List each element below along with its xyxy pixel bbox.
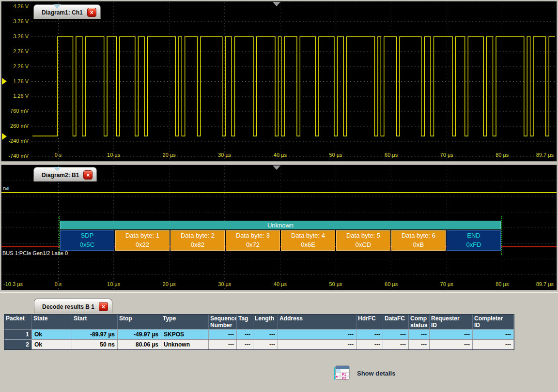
x-axis-label: 0 s [55,152,62,158]
decoded-segment-data-byte-4[interactable]: Data byte: 40x6E [281,230,335,251]
decoded-segment-data-byte-5[interactable]: Data byte: 50xCD [336,230,390,251]
column-header: DataFC [383,315,409,329]
drag-handle-icon[interactable] [53,167,61,171]
diagram1-panel: 4.26 V3.76 V3.26 V2.76 V2.26 V1.76 V1.26… [1,1,557,162]
column-header-line2: Number [210,322,235,329]
table-cell: --- [209,339,237,349]
column-header-line1: DataFC [385,315,407,322]
close-diagram1-button[interactable]: × [87,8,96,17]
segment-value: 0x22 [116,240,169,249]
segment-value: 0x5C [61,240,114,249]
tab-diagram2[interactable]: Diagram2: B1 × [33,167,97,181]
table-row[interactable]: 1Ok-89.97 µs-49.97 µsSKPOS--------------… [4,329,514,339]
show-details-label: Show details [357,370,395,377]
table-cell: --- [383,339,409,349]
segment-label: SDP [61,231,114,240]
decoded-segment-data-byte-1[interactable]: Data byte: 10x22 [115,230,170,251]
table-cell: 50 ns [72,339,118,349]
table-cell: --- [430,329,473,339]
close-decode-results-button[interactable]: × [99,302,108,311]
segment-label: Data byte: 1 [116,231,169,240]
column-header-line1: Comp [410,315,428,322]
decode-results-table: PacketStateStartStopTypeSequenceNumberTa… [4,314,514,350]
y-axis-label: 2.76 V [2,48,29,54]
column-header: Type [161,315,209,329]
show-details-button[interactable]: P1 P2 Show details [332,363,395,383]
x-axis-label: -10.3 µs [3,281,23,287]
y-axis-label: 260 mV [2,123,29,129]
table-cell: --- [409,339,430,349]
x-axis-label: 89.7 µs [536,152,554,158]
column-header-line1: Packet [6,315,30,322]
decode-region-start-marker [59,216,60,255]
x-axis-label: 30 µs [218,152,231,158]
column-header-line2: ID [431,322,471,329]
decoded-frame-unknown[interactable]: Unknown [60,221,501,229]
close-diagram2-button[interactable]: × [83,170,93,180]
column-header-line1: Type [163,315,207,322]
drag-handle-icon[interactable] [53,4,61,9]
close-icon: × [90,10,93,15]
table-cell: --- [237,329,253,339]
decoded-segment-data-byte-3[interactable]: Data byte: 30x72 [226,230,280,251]
x-axis-label: 89.7 µs [536,281,554,287]
bus-diff-signal-line [1,192,557,193]
column-header: Tag [237,315,253,329]
x-axis-label: 20 µs [163,281,176,287]
oscilloscope-screen: 4.26 V3.76 V3.26 V2.76 V2.26 V1.76 V1.26… [0,0,558,392]
column-header: RequesterID [430,315,473,329]
channel1-offset-marker-icon[interactable]: 1 [2,133,7,140]
x-axis-label: 10 µs [107,152,120,158]
decoded-segment-end[interactable]: END0xFD [447,230,501,251]
column-header-line1: Address [279,315,355,322]
trigger-position-marker-icon[interactable] [273,166,280,170]
column-header: Length [253,315,278,329]
table-cell: --- [278,329,356,339]
segment-label: Data byte: 4 [281,231,335,240]
x-axis-label: 20 µs [163,152,176,158]
column-header: HdrFC [356,315,383,329]
tab-decode-results[interactable]: Decode results B 1 × [34,299,112,313]
x-axis-label: 0 s [55,281,62,287]
segment-value: 0x82 [171,240,224,249]
trigger-level-marker-icon[interactable] [2,78,7,85]
decoded-segment-data-byte-2[interactable]: Data byte: 20x82 [170,230,225,251]
bus-name-label: BUS 1:PCIe Gen1/2 Lane 0 [2,250,68,256]
x-axis-label: 50 µs [329,152,342,158]
column-header-line2: ID [474,322,512,329]
tab-diagram1[interactable]: Diagram1: Ch1 × [33,4,101,19]
trigger-position-marker-icon[interactable] [273,2,280,6]
column-header-line2: status [410,322,428,329]
table-cell: -89.97 µs [72,329,118,339]
table-cell: 2 [4,339,32,349]
x-axis-label: 80 µs [496,152,509,158]
segment-value: 0x6E [281,240,335,249]
tab-decode-results-label: Decode results B 1 [42,303,94,310]
column-header-line1: Sequence [210,315,235,322]
column-header: Start [72,315,118,329]
y-axis-label: 4.26 V [2,3,29,9]
table-cell: --- [409,329,430,339]
decoded-segment-data-byte-6[interactable]: Data byte: 60xB [391,230,446,251]
column-header-line1: Length [255,315,276,322]
table-cell: --- [356,339,383,349]
close-icon: × [86,172,90,178]
column-header-line1: Completer [474,315,512,322]
column-header: SequenceNumber [209,315,237,329]
decode-results-panel: Decode results B 1 × PacketStateStartSto… [0,292,558,392]
table-cell: SKPOS [161,329,209,339]
x-axis-label: 30 µs [218,281,231,287]
column-header-line1: Requester [431,315,471,322]
table-cell: Ok [32,329,72,339]
y-axis-label: 3.76 V [2,18,29,24]
ch1-waveform-trace [1,1,557,161]
channel1-offset-label: 1 [6,134,8,138]
tab-diagram2-label: Diagram2: B1 [42,172,79,179]
x-axis-label: 60 µs [385,152,398,158]
table-cell: --- [237,339,253,349]
table-row[interactable]: 2Ok50 ns80.06 µsUnknown-----------------… [4,339,514,349]
x-axis-label: 70 µs [440,152,453,158]
column-header-line1: HdrFC [358,315,381,322]
tab-diagram1-label: Diagram1: Ch1 [42,9,83,16]
decoded-segment-sdp[interactable]: SDP0x5C [60,230,114,251]
